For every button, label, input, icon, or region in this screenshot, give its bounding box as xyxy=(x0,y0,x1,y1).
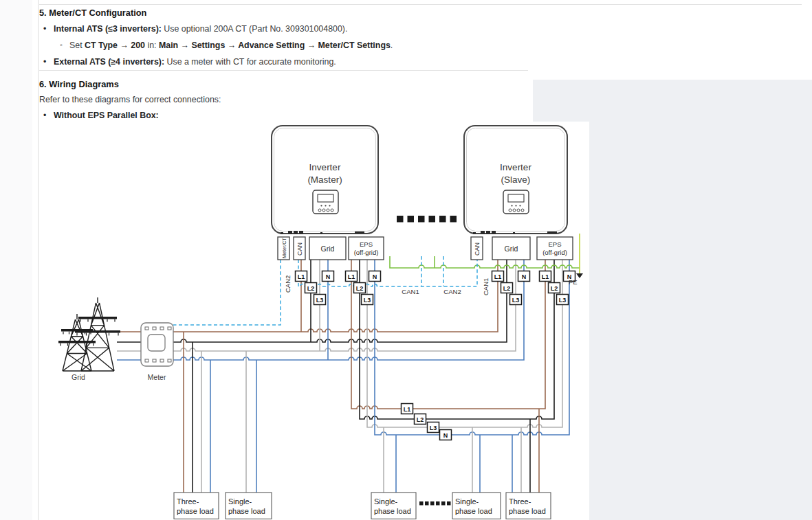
svg-text:Three-: Three- xyxy=(509,497,531,506)
wire-label-chip: N xyxy=(369,271,381,282)
bullet-icon: • xyxy=(43,111,50,120)
svg-text:L1: L1 xyxy=(298,273,305,280)
grid-caption: Grid xyxy=(72,373,85,381)
wire-label-chip: L1 xyxy=(492,271,504,282)
wire-label-chip: L2 xyxy=(305,283,317,293)
svg-text:N: N xyxy=(522,273,527,280)
bullet-bold-text: Internal ATS (≤3 inverters): xyxy=(54,24,162,34)
svg-text:L3: L3 xyxy=(559,297,567,304)
can1-label: CAN1 xyxy=(402,288,419,295)
inverter-display-icon xyxy=(313,190,338,214)
load-three-phase-right: Three- phase load xyxy=(506,493,551,519)
bullet-icon: • xyxy=(43,57,50,67)
inverter-label: Inverter xyxy=(309,162,341,172)
svg-text:phase load: phase load xyxy=(177,507,214,515)
wiring-diagram: L1L2L3NL1L2L3NL1L2L3NL1L2L3NL1L2L3N Inve… xyxy=(54,122,589,520)
svg-text:L2: L2 xyxy=(551,285,558,292)
port-can-label: CAN xyxy=(474,242,481,256)
svg-text:L2: L2 xyxy=(307,285,315,292)
section6-intro: Refer to these diagrams for correct conn… xyxy=(39,95,221,104)
port-eps-label: EPS xyxy=(360,240,373,248)
svg-text:L2: L2 xyxy=(503,285,511,292)
load-single-phase-left: Single- phase load xyxy=(226,493,272,519)
svg-text:N: N xyxy=(443,432,448,439)
wire-label-chip: L1 xyxy=(402,404,413,414)
wire-label-chip: L1 xyxy=(540,271,551,282)
can2-label: CAN2 xyxy=(443,288,461,295)
pe-label: PE xyxy=(569,278,578,286)
svg-text:Single-: Single- xyxy=(455,497,479,506)
wire-label-chip: L2 xyxy=(415,414,426,425)
wire-label-chip: N xyxy=(322,271,334,282)
svg-text:phase load: phase load xyxy=(509,507,546,515)
background-panel-top-right xyxy=(533,80,812,122)
divider-section5 xyxy=(39,70,528,71)
meter-caption: Meter xyxy=(148,373,166,381)
wire-label-chip: L3 xyxy=(510,295,522,305)
sub-text-post: . xyxy=(391,41,393,50)
meter-screen xyxy=(148,335,165,351)
port-grid-label: Grid xyxy=(321,245,335,253)
svg-text:phase load: phase load xyxy=(455,507,492,515)
svg-text:Single-: Single- xyxy=(374,497,398,506)
port-eps-label: EPS xyxy=(548,240,561,248)
svg-text:Three-: Three- xyxy=(177,497,199,506)
circle-bullet-icon: ◦ xyxy=(60,41,66,49)
svg-text:Single-: Single- xyxy=(228,497,252,506)
svg-text:L3: L3 xyxy=(316,297,324,304)
sub-text-bold2: Main → Settings → Advance Setting → Mete… xyxy=(159,41,391,50)
wire-label-chip: L2 xyxy=(354,283,366,293)
tower-crossarm xyxy=(78,317,117,319)
svg-text:L3: L3 xyxy=(364,297,371,304)
bullet-icon: • xyxy=(43,24,50,34)
section5-heading: 5. Meter/CT Configuration xyxy=(39,8,146,18)
bullet-bold-text: Without EPS Parallel Box: xyxy=(54,111,159,120)
load-three-phase-left: Three- phase load xyxy=(174,493,219,519)
can1-vertical-label: CAN1 xyxy=(482,278,490,295)
can2-vertical-label: CAN2 xyxy=(284,275,292,293)
wire-label-chip: L3 xyxy=(314,295,326,305)
background-panel-right xyxy=(589,122,812,520)
port-can-label: CAN xyxy=(296,242,303,256)
content-left-border xyxy=(38,0,39,520)
inverter-slave: Inverter (Slave) xyxy=(464,126,567,234)
svg-text:N: N xyxy=(373,273,377,280)
wire-label-chip: L2 xyxy=(501,283,513,293)
svg-text:L3: L3 xyxy=(430,425,437,431)
bullet-bold-text: External ATS (≥4 inverters): xyxy=(54,57,164,67)
svg-text:L1: L1 xyxy=(348,273,355,280)
sub-bullet-ct-type: ◦Set CT Type → 200 in: Main → Settings →… xyxy=(60,41,393,50)
wire-label-chip: L1 xyxy=(346,271,358,282)
svg-text:L1: L1 xyxy=(494,273,502,280)
svg-text:L1: L1 xyxy=(404,406,411,413)
tower-crossarm xyxy=(75,330,120,333)
sub-text-bold1: CT Type → 200 xyxy=(85,41,145,50)
meter-symbol xyxy=(141,323,173,366)
bullet-text: Use a meter with CT for accurate monitor… xyxy=(164,57,336,67)
inverter-sublabel: (Master) xyxy=(307,174,342,185)
bullet-without-eps: •Without EPS Parallel Box: xyxy=(43,111,159,120)
inverter-display-icon xyxy=(503,190,529,214)
port-eps-sublabel: (off-grid) xyxy=(542,249,567,256)
load-single-phase-right: Single- phase load xyxy=(452,493,501,519)
sub-text-mid: in: xyxy=(145,41,159,50)
page: { "document": { "section5": { "heading":… xyxy=(0,0,812,520)
inverter-sublabel: (Slave) xyxy=(501,174,531,185)
divider-top xyxy=(39,4,802,5)
inverter-master: Inverter (Master) xyxy=(272,126,378,234)
svg-text:N: N xyxy=(326,273,331,280)
svg-text:L1: L1 xyxy=(542,273,549,280)
wire-label-chip: L3 xyxy=(362,295,373,305)
wire-label-chip: N xyxy=(518,271,530,282)
wire-label-chip: L3 xyxy=(428,422,439,433)
port-meter-ct-label: Meter/CT xyxy=(281,237,287,258)
wire-label-chip: N xyxy=(440,430,452,440)
section6-heading: 6. Wiring Diagrams xyxy=(39,79,119,89)
bullet-external-ats: •External ATS (≥4 inverters): Use a mete… xyxy=(43,57,336,67)
left-margin-strip xyxy=(0,0,32,520)
wire-label-chip: L3 xyxy=(557,295,569,305)
wire-label-chip: L1 xyxy=(296,271,307,282)
port-eps-sublabel: (off-grid) xyxy=(354,249,379,256)
port-grid-label: Grid xyxy=(505,245,518,253)
svg-text:L3: L3 xyxy=(512,297,520,304)
